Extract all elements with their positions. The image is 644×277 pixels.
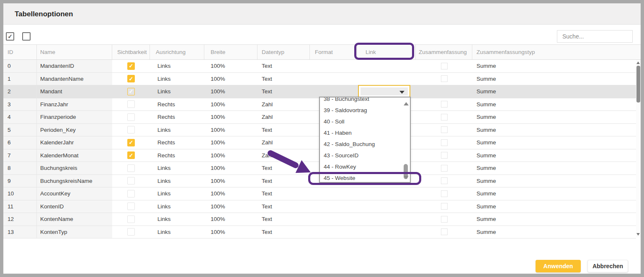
cell-id: 6 bbox=[3, 136, 37, 149]
dropdown-item-list: 38 - Buchungstext39 - Saldovortrag40 - S… bbox=[320, 97, 410, 183]
cell-datatype: Text bbox=[258, 226, 310, 239]
cell-summary-type: Summe bbox=[472, 85, 636, 98]
summary-checkbox[interactable] bbox=[441, 177, 448, 184]
cell-alignment: Links bbox=[150, 200, 204, 213]
cell-alignment: Links bbox=[150, 175, 204, 187]
dropdown-item[interactable]: 39 - Saldovortrag bbox=[320, 105, 410, 116]
cell-width: 100% bbox=[204, 85, 258, 98]
cell-visibility: ✓ bbox=[112, 60, 150, 72]
cell-id: 0 bbox=[3, 60, 37, 72]
dropdown-item[interactable]: 45 - Website bbox=[320, 172, 410, 183]
table-row[interactable]: 10AccountKeyLinks100%TextSumme bbox=[3, 187, 636, 200]
cell-name: KontenTyp bbox=[37, 226, 112, 239]
scroll-up-icon[interactable] bbox=[636, 62, 640, 64]
visibility-checkbox[interactable] bbox=[127, 113, 135, 121]
visibility-checkbox[interactable] bbox=[127, 164, 135, 172]
visibility-checkbox[interactable] bbox=[127, 215, 135, 223]
cell-datatype: Text bbox=[258, 60, 310, 72]
table-row[interactable]: 12KontenNameLinks100%TextSumme bbox=[3, 213, 636, 226]
summary-checkbox[interactable] bbox=[441, 114, 448, 121]
cell-link bbox=[357, 60, 416, 72]
column-header-name: Name bbox=[37, 45, 112, 59]
summary-checkbox[interactable] bbox=[441, 75, 448, 82]
summary-checkbox[interactable] bbox=[441, 203, 448, 210]
cell-visibility bbox=[112, 213, 150, 226]
summary-checkbox[interactable] bbox=[441, 101, 448, 108]
cell-link bbox=[357, 187, 416, 200]
cell-summary bbox=[416, 111, 472, 123]
cell-summary-type: Summe bbox=[472, 60, 636, 72]
summary-checkbox[interactable] bbox=[441, 139, 448, 146]
cell-width: 100% bbox=[204, 175, 258, 187]
cell-summary bbox=[416, 200, 472, 213]
dropdown-item[interactable]: 40 - Soll bbox=[320, 116, 410, 127]
apply-button[interactable]: Anwenden bbox=[536, 260, 581, 272]
cell-summary-type: Summe bbox=[472, 162, 636, 174]
dropdown-item[interactable]: 43 - SourceID bbox=[320, 150, 410, 161]
cell-summary-type: Summe bbox=[472, 213, 636, 226]
table-row[interactable]: 1MandantenName✓Links100%TextSumme bbox=[3, 73, 636, 86]
dropdown-item[interactable]: 38 - Buchungstext bbox=[320, 97, 410, 105]
table-row[interactable]: 11KontenIDLinks100%TextSumme bbox=[3, 200, 636, 213]
column-header-ausrichtung: Ausrichtung bbox=[150, 45, 204, 59]
cell-summary bbox=[416, 226, 472, 239]
visibility-checkbox[interactable] bbox=[127, 203, 135, 210]
visibility-checkbox[interactable] bbox=[127, 228, 135, 236]
dropdown-item[interactable]: 41 - Haben bbox=[320, 127, 410, 138]
cell-name: KontenName bbox=[37, 213, 112, 226]
toolbar: ✓ bbox=[3, 25, 641, 44]
deselect-all-checkbox[interactable] bbox=[22, 32, 31, 41]
scroll-down-icon[interactable] bbox=[404, 176, 409, 179]
visibility-checkbox[interactable]: ✓ bbox=[127, 62, 135, 70]
search-input[interactable] bbox=[557, 30, 633, 43]
table-vertical-scrollbar[interactable] bbox=[636, 60, 641, 237]
scrollbar-thumb[interactable] bbox=[636, 66, 640, 103]
cell-alignment: Rechts bbox=[150, 136, 204, 149]
visibility-checkbox[interactable]: ✓ bbox=[127, 75, 135, 82]
select-all-checkbox[interactable]: ✓ bbox=[6, 32, 14, 41]
summary-checkbox[interactable] bbox=[441, 126, 448, 133]
summary-checkbox[interactable] bbox=[441, 190, 448, 197]
cell-alignment: Rechts bbox=[150, 111, 204, 123]
summary-checkbox[interactable] bbox=[441, 152, 448, 159]
visibility-checkbox[interactable] bbox=[127, 126, 135, 133]
summary-checkbox[interactable] bbox=[441, 88, 448, 95]
cell-datatype: Zahl bbox=[258, 136, 310, 149]
cell-format bbox=[310, 187, 357, 200]
link-dropdown-select[interactable] bbox=[361, 87, 408, 95]
cell-summary bbox=[416, 187, 472, 200]
visibility-checkbox[interactable] bbox=[127, 177, 135, 185]
cell-summary-type: Summe bbox=[472, 200, 636, 213]
cell-summary-type: Summe bbox=[472, 98, 636, 111]
cancel-button[interactable]: Abbrechen bbox=[587, 260, 628, 272]
summary-checkbox[interactable] bbox=[441, 216, 448, 223]
scroll-up-icon[interactable] bbox=[404, 102, 409, 105]
cell-format bbox=[310, 60, 357, 72]
visibility-checkbox[interactable] bbox=[127, 190, 135, 197]
visibility-checkbox[interactable]: ✓ bbox=[127, 151, 135, 159]
scroll-down-icon[interactable] bbox=[636, 233, 640, 236]
cell-visibility: ✓ bbox=[112, 73, 150, 85]
cell-id: 5 bbox=[3, 124, 37, 136]
cell-id: 9 bbox=[3, 175, 37, 187]
table-row[interactable]: 13KontenTypLinks100%TextSumme bbox=[3, 226, 636, 239]
cell-datatype: Text bbox=[258, 213, 310, 226]
table-options-dialog: Tabellenoptionen ✓ IDNameSichtbarkeitAus… bbox=[3, 3, 641, 274]
cell-id: 8 bbox=[3, 162, 37, 174]
cell-alignment: Links bbox=[150, 60, 204, 72]
visibility-checkbox[interactable]: ✓ bbox=[127, 139, 135, 146]
summary-checkbox[interactable] bbox=[441, 228, 448, 235]
checkmark-icon: ✓ bbox=[8, 33, 13, 40]
summary-checkbox[interactable] bbox=[441, 165, 448, 172]
table-row[interactable]: 2Mandant✓Links100%TextSumme bbox=[3, 85, 636, 98]
dropdown-scrollbar[interactable] bbox=[402, 98, 410, 182]
visibility-checkbox[interactable] bbox=[127, 100, 135, 108]
cell-datatype: Zahl bbox=[258, 111, 310, 123]
dropdown-item[interactable]: 44 - RowKey bbox=[320, 161, 410, 172]
summary-checkbox[interactable] bbox=[441, 63, 448, 69]
cell-name: KontenID bbox=[37, 200, 112, 213]
dropdown-item[interactable]: 42 - Saldo_Buchung bbox=[320, 138, 410, 150]
visibility-checkbox[interactable]: ✓ bbox=[127, 88, 135, 95]
table-row[interactable]: 0MandantenID✓Links100%TextSumme bbox=[3, 60, 636, 73]
cell-visibility bbox=[112, 124, 150, 136]
